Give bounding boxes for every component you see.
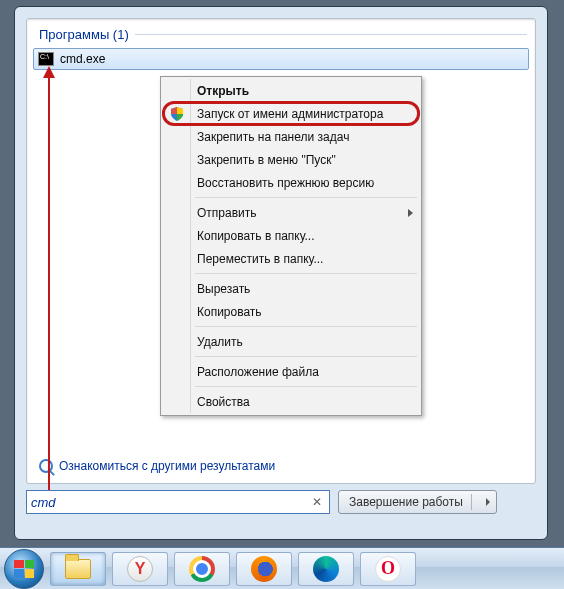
section-title: Программы xyxy=(39,27,109,42)
search-result-cmd[interactable]: cmd.exe xyxy=(33,48,529,70)
chevron-right-icon xyxy=(486,498,490,506)
divider xyxy=(471,494,472,510)
context-menu: Открыть Запуск от имени администратора З… xyxy=(160,76,422,416)
windows-logo-icon xyxy=(14,560,34,578)
ctx-label: Восстановить прежнюю версию xyxy=(197,176,374,190)
ctx-separator xyxy=(195,356,417,357)
taskbar-chrome[interactable] xyxy=(174,552,230,586)
ctx-pin-taskbar[interactable]: Закрепить на панели задач xyxy=(163,125,419,148)
ctx-separator xyxy=(195,386,417,387)
ctx-label: Закрепить в меню "Пуск" xyxy=(197,153,336,167)
ctx-label: Расположение файла xyxy=(197,365,319,379)
start-button[interactable] xyxy=(4,549,44,589)
uac-shield-icon xyxy=(169,106,185,122)
chrome-icon xyxy=(189,556,215,582)
ctx-open[interactable]: Открыть xyxy=(163,79,419,102)
section-count: (1) xyxy=(113,27,129,42)
ctx-delete[interactable]: Удалить xyxy=(163,330,419,353)
ctx-copy[interactable]: Копировать xyxy=(163,300,419,323)
ctx-run-as-admin[interactable]: Запуск от имени администратора xyxy=(163,102,419,125)
firefox-icon xyxy=(251,556,277,582)
taskbar: Y O xyxy=(0,547,564,589)
ctx-restore-previous[interactable]: Восстановить прежнюю версию xyxy=(163,171,419,194)
shutdown-button[interactable]: Завершение работы xyxy=(338,490,497,514)
ctx-properties[interactable]: Свойства xyxy=(163,390,419,413)
annotation-arrow xyxy=(48,68,50,500)
start-menu-bottom-bar: ✕ Завершение работы xyxy=(26,490,536,520)
yandex-icon: Y xyxy=(127,556,153,582)
explorer-icon xyxy=(65,559,91,579)
ctx-label: Свойства xyxy=(197,395,250,409)
ctx-label: Отправить xyxy=(197,206,257,220)
ctx-pin-start[interactable]: Закрепить в меню "Пуск" xyxy=(163,148,419,171)
start-search-box[interactable]: ✕ xyxy=(26,490,330,514)
chevron-right-icon xyxy=(408,209,413,217)
ctx-separator xyxy=(195,273,417,274)
ctx-label: Открыть xyxy=(197,84,249,98)
taskbar-explorer[interactable] xyxy=(50,552,106,586)
ctx-separator xyxy=(195,326,417,327)
ctx-file-location[interactable]: Расположение файла xyxy=(163,360,419,383)
taskbar-opera[interactable]: O xyxy=(360,552,416,586)
ctx-send-to[interactable]: Отправить xyxy=(163,201,419,224)
shutdown-label: Завершение работы xyxy=(349,495,463,509)
ctx-copy-to-folder[interactable]: Копировать в папку... xyxy=(163,224,419,247)
section-header-programs: Программы (1) xyxy=(27,19,535,46)
cmd-icon xyxy=(38,52,54,66)
more-results-label: Ознакомиться с другими результатами xyxy=(59,459,275,473)
result-filename: cmd.exe xyxy=(60,52,105,66)
ctx-label: Запуск от имени администратора xyxy=(197,107,383,121)
edge-icon xyxy=(313,556,339,582)
ctx-label: Копировать xyxy=(197,305,262,319)
taskbar-yandex[interactable]: Y xyxy=(112,552,168,586)
opera-icon: O xyxy=(375,556,401,582)
ctx-label: Переместить в папку... xyxy=(197,252,323,266)
search-input[interactable] xyxy=(31,495,309,510)
ctx-separator xyxy=(195,197,417,198)
divider xyxy=(135,34,527,35)
ctx-label: Копировать в папку... xyxy=(197,229,315,243)
search-icon xyxy=(39,459,53,473)
ctx-label: Закрепить на панели задач xyxy=(197,130,349,144)
ctx-label: Удалить xyxy=(197,335,243,349)
ctx-move-to-folder[interactable]: Переместить в папку... xyxy=(163,247,419,270)
ctx-cut[interactable]: Вырезать xyxy=(163,277,419,300)
ctx-label: Вырезать xyxy=(197,282,250,296)
clear-icon[interactable]: ✕ xyxy=(309,495,325,509)
more-results-link[interactable]: Ознакомиться с другими результатами xyxy=(39,459,275,473)
taskbar-edge[interactable] xyxy=(298,552,354,586)
taskbar-firefox[interactable] xyxy=(236,552,292,586)
